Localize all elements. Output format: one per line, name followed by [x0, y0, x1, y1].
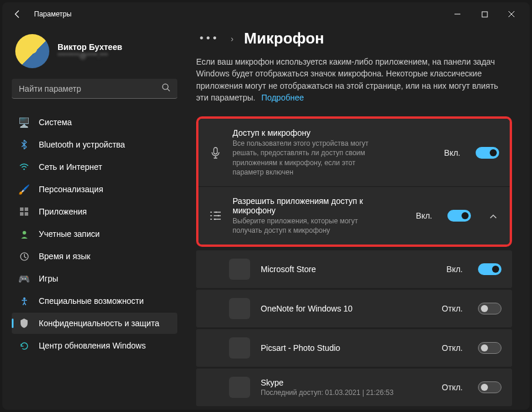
app-name: Picsart - Photo Studio — [261, 343, 431, 353]
sidebar-item-label: Сеть и Интернет — [39, 162, 102, 172]
back-button[interactable] — [7, 4, 28, 25]
app-icon — [229, 298, 250, 319]
search-input[interactable] — [19, 84, 161, 93]
intro-text: Если ваш микрофон используется каким-либ… — [196, 56, 501, 103]
svg-point-4 — [23, 169, 25, 170]
sidebar-item-accounts[interactable]: Учетные записи — [12, 223, 177, 244]
svg-point-9 — [22, 231, 26, 235]
toggle-state-label: Откл. — [442, 383, 463, 392]
svg-rect-5 — [20, 207, 23, 211]
profile-name: Виктор Бухтеев — [58, 42, 122, 52]
wifi-icon — [19, 162, 29, 172]
search-box[interactable] — [12, 79, 177, 99]
close-button[interactable] — [498, 5, 525, 24]
app-name: Microsoft Store — [261, 264, 436, 274]
main-content: • • • › Микрофон Если ваш микрофон испол… — [184, 26, 530, 410]
sidebar-item-label: Конфиденциальность и защита — [39, 319, 159, 328]
app-list: Microsoft Store Вкл. OneNote for Windows… — [196, 250, 512, 406]
breadcrumb: • • • › Микрофон — [196, 29, 512, 48]
sidebar-item-system[interactable]: 🖥️Система — [12, 112, 177, 133]
brush-icon: 🖌️ — [19, 184, 29, 195]
window-title: Параметры — [34, 10, 72, 18]
sidebar-item-label: Игры — [39, 274, 58, 283]
update-icon — [19, 340, 29, 351]
sidebar-item-update[interactable]: Центр обновления Windows — [12, 335, 177, 356]
clock-icon — [19, 251, 29, 262]
svg-rect-12 — [214, 148, 217, 154]
app-icon — [229, 259, 250, 280]
chevron-right-icon: › — [231, 34, 234, 43]
setting-allow-apps[interactable]: Разрешить приложениям доступ к микрофону… — [198, 187, 510, 244]
app-icon — [229, 337, 250, 359]
sidebar-item-network[interactable]: Сеть и Интернет — [12, 156, 177, 177]
page-title: Микрофон — [244, 29, 324, 48]
app-toggle[interactable] — [478, 263, 501, 275]
breadcrumb-more-button[interactable]: • • • — [196, 31, 220, 46]
list-settings-icon — [209, 211, 222, 220]
svg-rect-8 — [25, 212, 28, 216]
app-toggle[interactable] — [478, 381, 501, 393]
app-row[interactable]: OneNote for Windows 10 Откл. — [196, 290, 512, 327]
microphone-access-toggle[interactable] — [476, 147, 499, 159]
app-row[interactable]: Skype Последний доступ: 01.03.2021 | 21:… — [196, 369, 512, 406]
sidebar-item-time[interactable]: Время и язык — [12, 246, 177, 267]
chevron-up-icon[interactable] — [487, 212, 499, 220]
toggle-state-label: Вкл. — [416, 211, 432, 220]
app-name: Skype — [261, 378, 431, 387]
app-toggle[interactable] — [478, 342, 501, 354]
sidebar-item-label: Система — [39, 118, 72, 127]
person-icon — [19, 229, 29, 239]
maximize-button[interactable] — [471, 5, 498, 24]
sidebar-item-label: Центр обновления Windows — [39, 341, 146, 350]
app-row[interactable]: Microsoft Store Вкл. — [196, 250, 512, 288]
toggle-state-label: Вкл. — [446, 264, 463, 274]
sidebar-item-accessibility[interactable]: Специальные возможности — [12, 290, 177, 311]
sidebar-item-personalization[interactable]: 🖌️Персонализация — [12, 179, 177, 200]
profile-block[interactable]: Виктор Бухтеев ********@****.*** — [15, 34, 177, 68]
sidebar-item-label: Приложения — [39, 207, 87, 216]
app-row[interactable]: Picsart - Photo Studio Откл. — [196, 329, 512, 367]
sidebar-item-label: Персонализация — [39, 185, 103, 194]
sidebar-item-bluetooth[interactable]: Bluetooth и устройства — [12, 134, 177, 155]
sidebar-item-gaming[interactable]: 🎮Игры — [12, 268, 177, 289]
svg-point-2 — [163, 84, 168, 89]
gamepad-icon: 🎮 — [19, 273, 29, 284]
sidebar-item-privacy[interactable]: Конфиденциальность и защита — [12, 313, 177, 334]
shield-icon — [19, 318, 29, 329]
search-icon — [161, 83, 170, 94]
app-name: OneNote for Windows 10 — [261, 304, 431, 313]
svg-point-15 — [214, 219, 216, 220]
minimize-button[interactable] — [444, 5, 471, 24]
titlebar: Параметры — [2, 2, 530, 26]
app-subtext: Последний доступ: 01.03.2021 | 21:26:53 — [261, 388, 431, 397]
allow-apps-toggle[interactable] — [447, 210, 471, 222]
sidebar-item-label: Учетные записи — [39, 229, 100, 239]
avatar — [15, 34, 49, 68]
app-toggle[interactable] — [478, 303, 501, 314]
sidebar-item-label: Специальные возможности — [39, 296, 144, 306]
sidebar-item-apps[interactable]: Приложения — [12, 201, 177, 222]
svg-rect-1 — [482, 12, 487, 17]
accessibility-icon — [19, 296, 29, 306]
svg-line-3 — [167, 89, 170, 91]
setting-description: Все пользователи этого устройства могут … — [233, 139, 379, 177]
svg-rect-7 — [20, 212, 23, 216]
bluetooth-icon — [19, 139, 29, 150]
setting-title: Разрешить приложениям доступ к микрофону — [233, 196, 405, 215]
svg-point-13 — [216, 212, 217, 213]
sidebar-item-label: Время и язык — [39, 252, 90, 261]
display-icon: 🖥️ — [19, 117, 29, 128]
setting-microphone-access[interactable]: Доступ к микрофону Все пользователи этог… — [198, 119, 510, 187]
microphone-icon — [209, 147, 222, 159]
learn-more-link[interactable]: Подробнее — [261, 93, 304, 102]
profile-email: ********@****.*** — [58, 52, 122, 60]
svg-point-14 — [218, 215, 220, 217]
apps-icon — [19, 206, 29, 217]
sidebar: Виктор Бухтеев ********@****.*** 🖥️Систе… — [2, 26, 184, 410]
svg-rect-6 — [25, 207, 28, 211]
toggle-state-label: Вкл. — [444, 148, 460, 158]
sidebar-item-label: Bluetooth и устройства — [39, 140, 125, 149]
app-icon — [229, 377, 250, 398]
setting-title: Доступ к микрофону — [233, 128, 433, 138]
toggle-state-label: Откл. — [442, 343, 463, 353]
